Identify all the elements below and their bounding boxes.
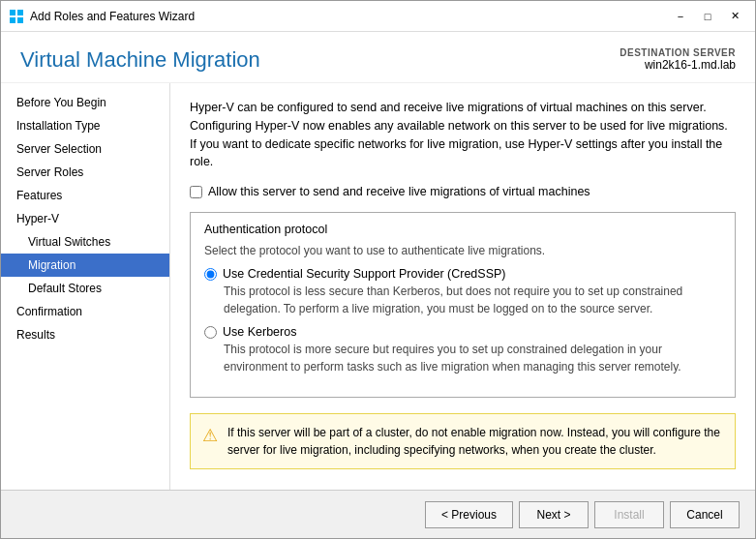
window-title: Add Roles and Features Wizard	[30, 10, 662, 23]
credssp-label[interactable]: Use Credential Security Support Provider…	[223, 267, 505, 281]
cancel-button[interactable]: Cancel	[670, 501, 740, 528]
credssp-desc: This protocol is less secure than Kerber…	[204, 283, 721, 317]
kerberos-label[interactable]: Use Kerberos	[223, 325, 296, 339]
sidebar-item-before-you-begin[interactable]: Before You Begin	[1, 91, 169, 114]
page-header: Virtual Machine Migration DESTINATION SE…	[1, 32, 755, 83]
app-icon	[9, 9, 24, 24]
sidebar-item-results[interactable]: Results	[1, 323, 169, 346]
sidebar: Before You Begin Installation Type Serve…	[1, 83, 170, 490]
credssp-option: Use Credential Security Support Provider…	[204, 267, 721, 317]
auth-desc: Select the protocol you want to use to a…	[204, 244, 721, 257]
svg-rect-1	[17, 10, 23, 15]
sidebar-item-server-roles[interactable]: Server Roles	[1, 161, 169, 184]
credssp-radio-row: Use Credential Security Support Provider…	[204, 267, 721, 281]
credssp-radio[interactable]	[204, 268, 217, 281]
kerberos-desc: This protocol is more secure but require…	[204, 341, 721, 375]
next-button[interactable]: Next >	[519, 501, 589, 528]
page-title: Virtual Machine Migration	[20, 47, 260, 73]
sidebar-item-migration[interactable]: Migration	[1, 254, 169, 277]
live-migration-label[interactable]: Allow this server to send and receive li…	[208, 185, 590, 198]
destination-server-info: DESTINATION SERVER win2k16-1.md.lab	[620, 47, 736, 72]
auth-protocol-group: Authentication protocol Select the proto…	[190, 212, 736, 398]
auth-group-title: Authentication protocol	[204, 223, 721, 236]
sidebar-item-installation-type[interactable]: Installation Type	[1, 114, 169, 137]
kerberos-radio-row: Use Kerberos	[204, 325, 721, 339]
main-window: Add Roles and Features Wizard − □ ✕ Virt…	[0, 0, 756, 539]
svg-rect-0	[10, 10, 15, 15]
sidebar-item-virtual-switches[interactable]: Virtual Switches	[1, 230, 169, 254]
previous-button[interactable]: < Previous	[425, 501, 513, 528]
svg-rect-2	[10, 17, 15, 23]
sidebar-item-features[interactable]: Features	[1, 184, 169, 207]
live-migration-checkbox[interactable]	[190, 186, 202, 198]
kerberos-radio[interactable]	[204, 326, 217, 339]
window-controls: − □ ✕	[668, 7, 747, 26]
install-button[interactable]: Install	[594, 501, 664, 528]
warning-icon: ⚠	[202, 425, 218, 446]
main-panel: Hyper-V can be configured to send and re…	[170, 83, 755, 490]
server-name: win2k16-1.md.lab	[620, 58, 736, 72]
maximize-button[interactable]: □	[695, 7, 720, 26]
content-area: Before You Begin Installation Type Serve…	[1, 83, 755, 490]
svg-rect-3	[17, 17, 23, 23]
minimize-button[interactable]: −	[668, 7, 693, 26]
close-button[interactable]: ✕	[722, 7, 747, 26]
warning-text: If this server will be part of a cluster…	[227, 424, 723, 459]
footer: < Previous Next > Install Cancel	[1, 490, 755, 538]
sidebar-item-default-stores[interactable]: Default Stores	[1, 277, 169, 300]
warning-box: ⚠ If this server will be part of a clust…	[190, 413, 736, 469]
sidebar-item-confirmation[interactable]: Confirmation	[1, 300, 169, 323]
sidebar-item-server-selection[interactable]: Server Selection	[1, 137, 169, 161]
title-bar: Add Roles and Features Wizard − □ ✕	[1, 1, 755, 32]
destination-label: DESTINATION SERVER	[620, 47, 736, 58]
kerberos-option: Use Kerberos This protocol is more secur…	[204, 325, 721, 375]
live-migration-checkbox-row: Allow this server to send and receive li…	[190, 185, 736, 198]
intro-text: Hyper-V can be configured to send and re…	[190, 99, 736, 171]
sidebar-item-hyper-v[interactable]: Hyper-V	[1, 207, 169, 230]
